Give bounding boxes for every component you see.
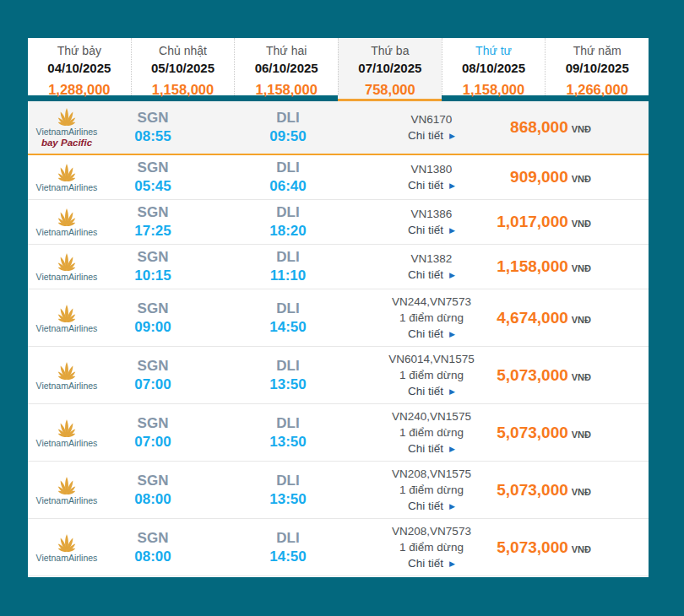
departure-airport: SGN [102, 472, 204, 490]
airline-name: VietnamAirlines [36, 127, 98, 137]
details-link[interactable]: Chi tiết▶ [408, 267, 455, 284]
date-tab-wed[interactable]: Thứ tư 08/10/2025 1,158,000 [442, 38, 546, 95]
arrow-right-icon: ▶ [449, 132, 455, 140]
flight-number: VN6170 [372, 111, 491, 127]
details-link[interactable]: Chi tiết▶ [408, 440, 455, 457]
details-label: Chi tiết [408, 129, 443, 142]
tab-day-label: Chủ nhật [132, 43, 235, 59]
flight-number: VN244,VN7573 [372, 294, 491, 310]
price-cell: 4,674,000VNĐ [491, 309, 649, 327]
airline-name: VietnamAirlines [36, 495, 98, 505]
tab-price-label: 1,288,000 [28, 79, 131, 100]
arrival-cell: DLI 14:50 [204, 300, 372, 337]
tab-day-label: Thứ hai [235, 43, 338, 59]
details-link[interactable]: Chi tiết▶ [408, 383, 455, 400]
price-value: 1,017,000 [497, 213, 568, 230]
departure-cell: SGN 07:00 [102, 414, 204, 451]
currency-label: VNĐ [572, 544, 591, 554]
airline-logo: VietnamAirlines [28, 162, 102, 192]
departure-time: 17:25 [102, 222, 204, 240]
airline-logo: VietnamAirlines [28, 418, 102, 448]
flight-row[interactable]: VietnamAirlines SGN 09:00 DLI 14:50 VN24… [28, 289, 649, 347]
currency-label: VNĐ [572, 174, 591, 184]
airline-logo: VietnamAirlines [28, 251, 102, 282]
price-value: 5,073,000 [497, 538, 568, 556]
flight-row[interactable]: VietnamAirlines SGN 07:00 DLI 13:50 VN60… [28, 347, 649, 404]
departure-cell: SGN 17:25 [102, 203, 204, 240]
price-cell: 1,017,000VNĐ [491, 213, 649, 231]
tab-day-label: Thứ tư [442, 43, 546, 59]
departure-cell: SGN 08:00 [102, 472, 204, 509]
flight-row[interactable]: VietnamAirlines SGN 10:15 DLI 11:10 VN13… [28, 245, 649, 289]
price-value: 5,073,000 [497, 424, 568, 441]
flight-row[interactable]: VietnamAirlines SGN 08:00 DLI 14:50 VN20… [28, 519, 649, 576]
arrival-cell: DLI 13:50 [204, 472, 372, 509]
airline-logo: VietnamAirlines [28, 303, 102, 333]
flight-row[interactable]: VietnamAirlines SGN 17:25 DLI 18:20 VN13… [28, 200, 649, 245]
airline-logo: VietnamAirlines [28, 475, 102, 505]
details-link[interactable]: Chi tiết▶ [408, 326, 455, 343]
date-tab-tue-selected[interactable]: Thứ ba 07/10/2025 758,000 [338, 38, 442, 95]
departure-cell: SGN 07:00 [102, 357, 204, 394]
price-value: 5,073,000 [497, 481, 568, 499]
airline-name: VietnamAirlines [36, 438, 98, 448]
airline-name: VietnamAirlines [36, 227, 98, 237]
arrival-airport: DLI [204, 472, 372, 490]
flight-row[interactable]: VietnamAirlines SGN 07:00 DLI 13:50 VN24… [28, 404, 649, 462]
details-link[interactable]: Chi tiết▶ [408, 498, 455, 515]
price-cell: 5,073,000VNĐ [491, 424, 649, 442]
departure-cell: SGN 10:15 [102, 248, 204, 285]
arrival-airport: DLI [204, 203, 372, 222]
arrow-right-icon: ▶ [449, 181, 455, 190]
details-link[interactable]: Chi tiết▶ [408, 222, 455, 239]
arrow-right-icon: ▶ [449, 502, 455, 511]
departure-time: 08:00 [102, 490, 204, 509]
departure-airport: SGN [102, 203, 204, 222]
currency-label: VNĐ [572, 124, 591, 134]
price-value: 4,674,000 [497, 309, 568, 327]
tab-date-label: 08/10/2025 [442, 59, 546, 77]
departure-airport: SGN [102, 357, 204, 376]
flight-row[interactable]: VietnamAirlines bay Pacific SGN 08:55 DL… [28, 101, 649, 155]
departure-time: 08:00 [102, 548, 204, 566]
details-link[interactable]: Chi tiết▶ [408, 555, 455, 572]
arrival-cell: DLI 06:40 [204, 159, 372, 196]
tab-day-label: Thứ năm [546, 43, 649, 59]
lotus-icon [52, 162, 82, 181]
departure-airport: SGN [102, 248, 204, 267]
tab-price-label: 1,266,000 [546, 79, 649, 100]
currency-label: VNĐ [572, 219, 591, 229]
arrow-right-icon: ▶ [449, 387, 455, 396]
flight-row[interactable]: VietnamAirlines SGN 05:45 DLI 06:40 VN13… [28, 155, 649, 200]
departure-time: 07:00 [102, 376, 204, 394]
flight-number: VN240,VN1575 [372, 408, 491, 424]
price-cell: 1,158,000VNĐ [491, 257, 649, 276]
date-tab-sat[interactable]: Thứ bảy 04/10/2025 1,288,000 [28, 38, 131, 95]
flight-info-cell: VN208,VN1575 1 điểm dừng Chi tiết▶ [372, 466, 491, 515]
date-tab-sun[interactable]: Chủ nhật 05/10/2025 1,158,000 [131, 38, 235, 95]
details-link[interactable]: Chi tiết▶ [408, 177, 455, 194]
price-value: 5,073,000 [497, 366, 568, 384]
flight-info-cell: VN1380 Chi tiết▶ [372, 161, 491, 194]
arrival-time: 13:50 [204, 376, 372, 394]
stops-label: 1 điểm dừng [372, 482, 491, 498]
details-label: Chi tiết [408, 442, 443, 455]
arrival-airport: DLI [204, 414, 372, 433]
price-cell: 5,073,000VNĐ [491, 538, 649, 557]
arrow-right-icon: ▶ [449, 559, 455, 568]
flight-info-cell: VN1382 Chi tiết▶ [372, 251, 491, 284]
lotus-icon [52, 360, 82, 380]
details-link[interactable]: Chi tiết▶ [408, 127, 455, 144]
details-label: Chi tiết [408, 557, 443, 570]
departure-cell: SGN 09:00 [102, 300, 204, 337]
airline-name: VietnamAirlines [36, 323, 98, 333]
arrival-time: 14:50 [204, 548, 372, 566]
flight-row[interactable]: VietnamAirlines SGN 08:00 DLI 13:50 VN20… [28, 462, 649, 519]
date-tab-mon[interactable]: Thứ hai 06/10/2025 1,158,000 [234, 38, 338, 95]
airline-logo: VietnamAirlines [28, 360, 102, 391]
tab-day-label: Thứ bảy [28, 43, 131, 59]
flight-number: VN208,VN1575 [372, 466, 491, 482]
arrow-right-icon: ▶ [449, 330, 455, 338]
date-tab-thu[interactable]: Thứ năm 09/10/2025 1,266,000 [545, 38, 649, 95]
flight-number: VN6014,VN1575 [372, 351, 491, 367]
